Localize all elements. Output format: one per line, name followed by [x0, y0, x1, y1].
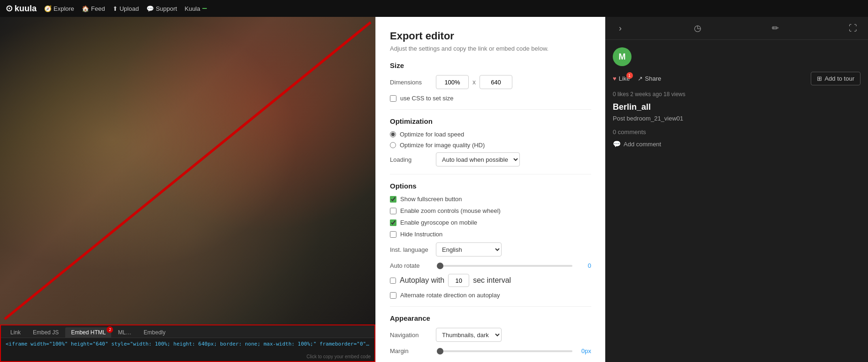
tab-link[interactable]: Link [5, 327, 26, 338]
edit-icon[interactable]: ✏ [768, 21, 783, 36]
hide-instruction-row: Hide Instruction [390, 231, 591, 238]
home-icon: 🏠 [82, 5, 89, 12]
support-icon: 💬 [146, 5, 154, 12]
loading-label: Loading [390, 156, 432, 163]
annotation-line [0, 17, 375, 324]
panorama-panel: Link Embed JS Embed HTML 2 ML… Embedly <… [0, 17, 375, 362]
tab-embed-js[interactable]: Embed JS [27, 327, 64, 338]
gyroscope-checkbox[interactable] [390, 219, 396, 226]
main-container: Link Embed JS Embed HTML 2 ML… Embedly <… [0, 17, 868, 362]
alternate-row: Alternate rotate direction on autoplay [390, 292, 591, 299]
hide-instruction-label: Hide Instruction [400, 231, 442, 238]
export-title: Export editor [390, 30, 591, 42]
auto-rotate-label: Auto rotate [390, 262, 432, 269]
like-notification-badge: 1 [626, 72, 633, 79]
compass-icon: 🧭 [44, 5, 52, 12]
alternate-label: Alternate rotate direction on autoplay [400, 292, 500, 299]
navigation-row: Navigation Thumbnails, dark Thumbnails, … [390, 328, 591, 342]
dimensions-label: Dimensions [390, 79, 432, 86]
dimension-separator: x [472, 78, 476, 86]
code-panel: Link Embed JS Embed HTML 2 ML… Embedly <… [0, 324, 375, 362]
code-tabs: Link Embed JS Embed HTML 2 ML… Embedly [1, 325, 374, 338]
share-button[interactable]: ↗ Share [638, 75, 662, 82]
upload-icon: ⬆ [113, 5, 118, 12]
autoplay-unit: sec interval [473, 276, 511, 285]
alternate-checkbox[interactable] [390, 292, 396, 299]
logo-icon: ⊙ [6, 3, 13, 14]
share-icon: ↗ [638, 75, 643, 82]
optimize-quality-radio[interactable] [390, 142, 396, 148]
avatar[interactable]: M [613, 47, 632, 66]
right-sidebar: › ◷ ✏ ⛶ M ♥ Like 1 ↗ Share ⊞ [605, 17, 868, 362]
nav-upload[interactable]: ⬆ Upload [113, 5, 139, 12]
action-buttons: ♥ Like 1 ↗ Share ⊞ Add to tour [613, 72, 860, 85]
navigation-select[interactable]: Thumbnails, dark Thumbnails, light None [436, 328, 502, 342]
top-navigation: ⊙ kuula 🧭 Explore 🏠 Feed ⬆ Upload 💬 Supp… [0, 0, 868, 17]
auto-rotate-row: Auto rotate 0 [390, 262, 591, 269]
tab-embedly[interactable]: Embedly [138, 327, 171, 338]
optimize-quality-row: Optimize for image quality (HD) [390, 142, 591, 149]
autoplay-checkbox[interactable] [390, 278, 396, 284]
nav-kuula-pro[interactable]: Kuula [184, 5, 206, 12]
kuula-label: Kuula [184, 5, 200, 12]
nav-support[interactable]: 💬 Support [146, 5, 177, 12]
gyroscope-label: Enable gyroscope on mobile [400, 219, 477, 226]
fullscreen-label: Show fullscreen button [400, 196, 462, 203]
css-size-label: use CSS to set size [400, 95, 453, 102]
css-size-checkbox[interactable] [390, 95, 396, 102]
forward-icon[interactable]: › [613, 21, 628, 36]
margin-row: Margin 0px [390, 347, 591, 354]
tab-embed-html[interactable]: Embed HTML 2 [65, 327, 111, 338]
nav-feed[interactable]: 🏠 Feed [82, 5, 105, 12]
auto-rotate-track[interactable] [437, 265, 572, 267]
copy-hint: Click to copy your embed code [306, 354, 371, 359]
auto-rotate-value: 0 [577, 262, 591, 269]
timer-icon[interactable]: ◷ [690, 21, 705, 36]
auto-rotate-thumb[interactable] [437, 263, 443, 269]
comment-icon: 💬 [613, 140, 621, 148]
comments-count: 0 comments [613, 128, 860, 136]
pro-badge [202, 8, 207, 9]
meta-info: 0 likes 2 weeks ago 18 views [613, 91, 860, 98]
post-title: Berlin_all [613, 102, 860, 112]
tab-ml[interactable]: ML… [112, 327, 137, 338]
optimization-section-title: Optimization [390, 117, 591, 125]
export-editor: Export editor Adjust the settings and co… [375, 17, 605, 362]
margin-thumb[interactable] [437, 348, 443, 354]
svg-line-0 [5, 23, 371, 319]
expand-icon[interactable]: ⛶ [845, 21, 860, 36]
like-button[interactable]: ♥ Like 1 [613, 75, 630, 82]
heart-icon: ♥ [613, 75, 617, 82]
optimize-speed-radio[interactable] [390, 131, 396, 137]
optimize-speed-label: Optimize for load speed [400, 131, 464, 138]
height-input[interactable] [480, 75, 512, 89]
nav-explore[interactable]: 🧭 Explore [44, 5, 74, 12]
options-section-title: Options [390, 182, 591, 190]
zoom-label: Enable zoom controls (mouse wheel) [400, 207, 501, 214]
autoplay-row: Autoplay with sec interval [390, 274, 591, 287]
inst-language-select[interactable]: English French German Spanish Italian Po… [436, 242, 502, 256]
post-subtitle: Post bedroom_21_view01 [613, 115, 860, 122]
logo[interactable]: ⊙ kuula [6, 3, 37, 14]
autoplay-interval-input[interactable] [448, 274, 469, 287]
sidebar-content: M ♥ Like 1 ↗ Share ⊞ Add to tour 0 likes… [605, 40, 868, 362]
appearance-section-title: Appearance [390, 314, 591, 322]
zoom-row: Enable zoom controls (mouse wheel) [390, 207, 591, 214]
zoom-checkbox[interactable] [390, 208, 396, 214]
panorama-image[interactable] [0, 17, 375, 324]
add-comment-button[interactable]: 💬 Add comment [613, 140, 860, 148]
optimize-quality-label: Optimize for image quality (HD) [400, 142, 485, 149]
loading-select[interactable]: Auto load when possible Always load Neve… [436, 152, 520, 166]
margin-track[interactable] [437, 350, 572, 352]
dimensions-row: Dimensions x [390, 75, 591, 89]
fullscreen-checkbox[interactable] [390, 196, 396, 203]
sidebar-top-icons: › ◷ ✏ ⛶ [605, 17, 868, 40]
add-to-tour-button[interactable]: ⊞ Add to tour [811, 72, 860, 85]
logo-text: kuula [15, 4, 37, 14]
optimize-speed-row: Optimize for load speed [390, 131, 591, 138]
gyroscope-row: Enable gyroscope on mobile [390, 219, 591, 226]
hide-instruction-checkbox[interactable] [390, 231, 396, 238]
embed-code[interactable]: <iframe width="100%" height="640" style=… [1, 338, 374, 350]
width-input[interactable] [436, 75, 469, 89]
fullscreen-row: Show fullscreen button [390, 196, 591, 203]
